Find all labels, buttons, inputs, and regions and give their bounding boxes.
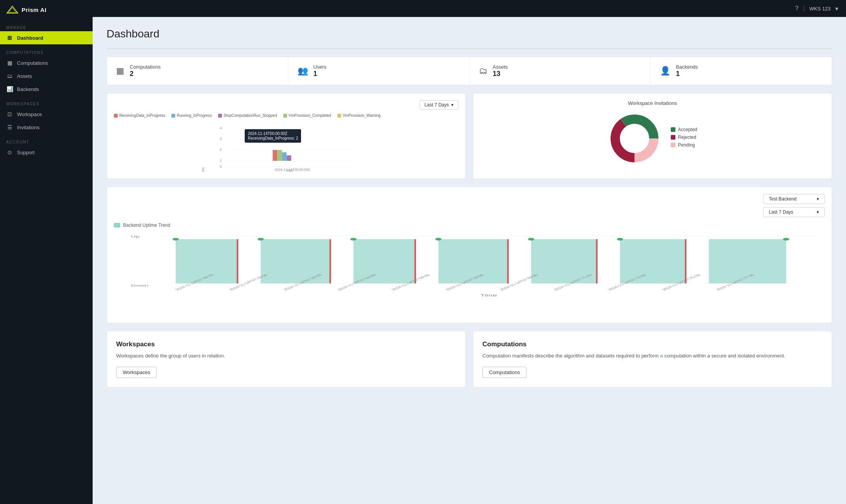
invitations-icon: ☰ [6, 124, 13, 130]
runs-axis-label: Runs [201, 167, 205, 172]
legend-running: Running_InProgress [171, 113, 212, 118]
computations-link-button[interactable]: Computations [482, 367, 526, 378]
stat-backends-icon: 👤 [660, 66, 670, 76]
legend-warning: VmProvision_Warning [337, 113, 381, 118]
uptime-dot-5 [528, 238, 534, 241]
y-label-0: 0 [220, 165, 222, 169]
y-label-4: 4 [220, 126, 222, 130]
donut-legend: Accepted Rejected Pending [671, 127, 697, 150]
y-down-label: Down [131, 284, 149, 287]
sidebar-item-workspace[interactable]: ⊡ Workspace [0, 108, 93, 121]
sidebar-item-label: Invitations [17, 125, 40, 130]
sidebar: Prism AI MANAGE ⊞ Dashboard COMPUTATIONS… [0, 0, 93, 504]
backend-dropdown-label: Test Backend [769, 196, 797, 202]
run-chart-legend: ReceivingData_InProgress Running_InProgr… [114, 113, 459, 118]
legend-accepted: Accepted [671, 127, 697, 132]
donut-area: Accepted Rejected Pending [480, 111, 825, 165]
invitations-chart-panel: Workspace Invitations Accepted [473, 93, 832, 179]
assets-icon: 🗂 [6, 73, 13, 79]
legend-running-label: Running_InProgress [177, 113, 212, 118]
sidebar-item-backends[interactable]: 📊 Backends [0, 83, 93, 96]
sidebar-item-assets[interactable]: 🗂 Assets [0, 69, 93, 83]
stat-users-label: Users [313, 64, 327, 70]
computations-link-label: Computations [489, 369, 520, 375]
uptime-chart-svg: Up Down [129, 231, 825, 297]
sidebar-item-computations[interactable]: ▦ Computations [0, 56, 93, 69]
legend-pending: Pending [671, 142, 697, 148]
legend-running-dot [171, 114, 175, 118]
stat-assets-icon: 🗂 [479, 66, 487, 76]
run-chart-dropdown[interactable]: Last 7 Days ▾ [420, 100, 459, 110]
backend-dropdown[interactable]: Test Backend ▾ [763, 194, 825, 204]
workspaces-card-desc: Workspaces define the group of users in … [116, 352, 456, 360]
run-chart-panel: Last 7 Days ▾ ReceivingData_InProgress R… [107, 93, 466, 179]
support-icon: ⊙ [6, 149, 13, 155]
uptime-legend-label: Backend Uptime Trend [123, 223, 170, 228]
uptime-controls: Test Backend ▾ Last 7 Days ▾ [114, 194, 825, 217]
sidebar-item-support[interactable]: ⊙ Support [0, 146, 93, 159]
bottom-row: Workspaces Workspaces define the group o… [107, 331, 832, 388]
uptime-dot-3 [350, 238, 357, 241]
day-label: Day [287, 169, 293, 172]
topbar-divider: | [803, 5, 805, 12]
stat-backends-value: 1 [676, 70, 698, 78]
title-divider [107, 49, 832, 49]
charts-row: Last 7 Days ▾ ReceivingData_InProgress R… [107, 93, 832, 179]
legend-completed-dot [283, 114, 287, 118]
logo-area: Prism AI [0, 0, 93, 19]
sidebar-item-dashboard[interactable]: ⊞ Dashboard [0, 31, 93, 44]
prism-logo-icon [6, 5, 19, 14]
sidebar-item-label: Assets [17, 73, 32, 79]
bar-running [282, 152, 287, 161]
page-title: Dashboard [107, 28, 832, 40]
main-content: Dashboard ▦ Computations 2 👥 Users 1 🗂 A… [93, 17, 846, 504]
stats-row: ▦ Computations 2 👥 Users 1 🗂 Assets 13 👤… [107, 57, 832, 85]
uptime-dot-4 [435, 238, 442, 241]
sidebar-item-label: Dashboard [17, 35, 43, 41]
chevron-down-icon: ▾ [451, 102, 453, 108]
chevron-down-icon[interactable]: ▾ [835, 5, 838, 12]
y-label-3: 3 [220, 137, 222, 141]
stat-computations: ▦ Computations 2 [107, 57, 288, 85]
workspaces-card: Workspaces Workspaces define the group o… [107, 331, 466, 388]
computations-card: Computations Computation manifests descr… [473, 331, 832, 388]
days-dropdown[interactable]: Last 7 Days ▾ [763, 207, 825, 217]
uptime-bar-6 [620, 239, 685, 283]
workspaces-link-label: Workspaces [123, 369, 150, 375]
bar-completed [277, 150, 282, 161]
stat-backends: 👤 Backends 1 [651, 57, 832, 85]
chevron-down-icon: ▾ [817, 196, 819, 202]
stat-computations-icon: ▦ [116, 66, 124, 76]
workspaces-link-button[interactable]: Workspaces [116, 367, 157, 378]
computations-icon: ▦ [6, 60, 13, 66]
bar-chart-svg: 4 3 2 1 0 Runs [114, 121, 459, 172]
bar-stop [287, 155, 291, 161]
y-up-label: Up [131, 235, 140, 238]
stat-users-icon: 👥 [298, 66, 308, 76]
uptime-dot-7 [783, 238, 789, 241]
section-manage: MANAGE [0, 19, 93, 31]
backends-icon: 📊 [6, 86, 13, 92]
sidebar-item-label: Workspace [17, 111, 42, 117]
app-name: Prism AI [22, 7, 46, 13]
bar-chart-header: Last 7 Days ▾ [114, 100, 459, 110]
dashboard-icon: ⊞ [6, 35, 13, 41]
uptime-dot-2 [257, 238, 264, 241]
computations-card-title: Computations [482, 340, 822, 348]
invitations-chart-title: Workspace Invitations [480, 100, 825, 106]
stat-backends-label: Backends [676, 64, 698, 70]
section-computations: COMPUTATIONS [0, 44, 93, 56]
uptime-legend-row: Backend Uptime Trend [114, 223, 825, 228]
help-icon[interactable]: ? [795, 5, 799, 12]
legend-rejected-dot [671, 135, 675, 140]
stat-users-value: 1 [313, 70, 327, 78]
uptime-bar-3 [354, 239, 415, 283]
sidebar-item-label: Support [17, 150, 35, 155]
stat-computations-label: Computations [130, 64, 161, 70]
legend-warning-dot [337, 114, 341, 118]
run-chart-dropdown-label: Last 7 Days [425, 102, 449, 108]
uptime-legend-dot [114, 223, 120, 228]
legend-pending-label: Pending [678, 142, 695, 148]
sidebar-item-invitations[interactable]: ☰ Invitations [0, 121, 93, 134]
stat-assets-value: 13 [493, 70, 508, 78]
